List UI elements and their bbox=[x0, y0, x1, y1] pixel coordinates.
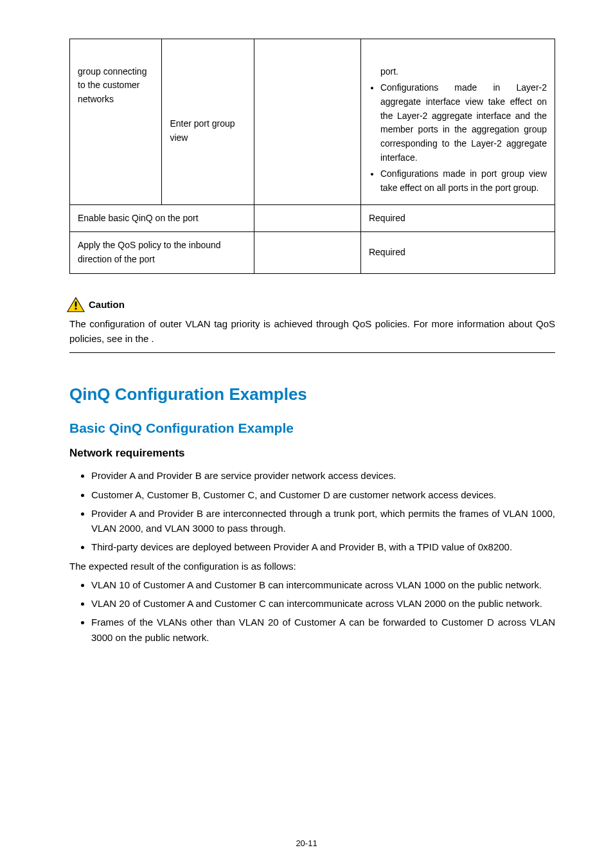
cell-desc-span: Apply the QoS policy to the inbound dire… bbox=[70, 232, 254, 273]
table-row: Enable basic QinQ on the port Required bbox=[70, 204, 555, 232]
list-item: Provider A and Provider B are interconne… bbox=[91, 506, 555, 536]
cell-cmd bbox=[254, 59, 360, 205]
table-header-empty bbox=[70, 39, 555, 59]
caution-text-b: in the bbox=[125, 333, 152, 344]
list-item: VLAN 20 of Customer A and Customer C can… bbox=[91, 596, 555, 611]
cell-remark: Required bbox=[360, 232, 555, 273]
cell-remark: port. Configurations made in Layer-2 agg… bbox=[360, 59, 555, 205]
caution-icon bbox=[67, 297, 85, 312]
requirements-list: Provider A and Provider B are service pr… bbox=[69, 468, 555, 554]
caution-label: Caution bbox=[89, 297, 125, 312]
heading-h2: Basic QinQ Configuration Example bbox=[69, 418, 555, 439]
cell-remark-item: Configurations made in Layer-2 aggregate… bbox=[380, 81, 547, 165]
cell-desc-span: Enable basic QinQ on the port bbox=[70, 204, 254, 232]
cell-remark: Required bbox=[360, 204, 555, 232]
table-row: Apply the QoS policy to the inbound dire… bbox=[70, 232, 555, 273]
heading-h3: Network requirements bbox=[69, 445, 555, 462]
caution-header: Caution bbox=[67, 297, 555, 312]
cell-remark-item: Configurations made in port group view t… bbox=[380, 167, 547, 195]
svg-rect-2 bbox=[75, 307, 77, 309]
list-item: Third-party devices are deployed between… bbox=[91, 539, 555, 554]
list-item: Provider A and Provider B are service pr… bbox=[91, 468, 555, 483]
heading-h1: QinQ Configuration Examples bbox=[69, 381, 555, 407]
list-item: VLAN 10 of Customer A and Customer B can… bbox=[91, 577, 555, 592]
cell-desc: group connecting to the customer network… bbox=[70, 59, 162, 205]
caution-text: The configuration of outer VLAN tag prio… bbox=[69, 316, 555, 347]
cell-remark-pre: port. bbox=[369, 65, 547, 79]
list-item: Customer A, Customer B, Customer C, and … bbox=[91, 487, 555, 502]
caution-text-c: . bbox=[152, 333, 154, 344]
list-item: Frames of the VLANs other than VLAN 20 o… bbox=[91, 615, 555, 645]
cell-cmd bbox=[254, 232, 360, 273]
cell-view: Enter port group view bbox=[162, 59, 254, 205]
cell-cmd bbox=[254, 204, 360, 232]
config-table: group connecting to the customer network… bbox=[69, 39, 555, 274]
svg-rect-1 bbox=[75, 302, 77, 307]
expected-result-list: VLAN 10 of Customer A and Customer B can… bbox=[69, 577, 555, 645]
page-number: 20-11 bbox=[0, 837, 613, 850]
expected-result-intro: The expected result of the configuration… bbox=[69, 559, 555, 574]
caution-divider bbox=[69, 352, 555, 353]
table-row: group connecting to the customer network… bbox=[70, 59, 555, 205]
